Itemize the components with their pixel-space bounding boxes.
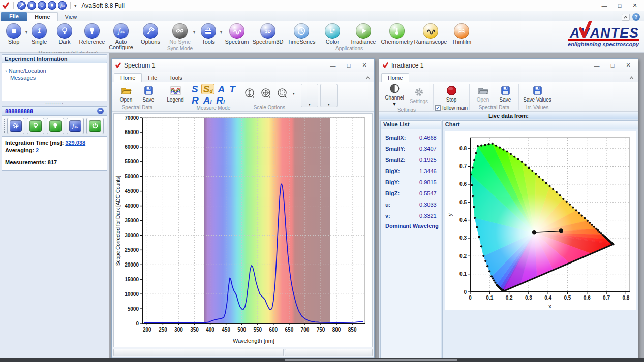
close-button[interactable]: ✕ [628, 1, 642, 10]
spectrum-window-titlebar[interactable]: Spectrum 1 — □ ✕ [112, 59, 374, 72]
save-values-button[interactable]: Save Values [522, 85, 553, 103]
tab-view[interactable]: View [58, 13, 84, 21]
customize-qat-caret-icon[interactable]: ▾ [74, 3, 77, 8]
measure-mode-r[interactable]: R [192, 95, 199, 105]
close-button[interactable]: ✕ [622, 61, 635, 70]
auto-configure-button[interactable]: ʃac Auto Configure [107, 23, 135, 50]
quick-reference-icon[interactable] [48, 1, 56, 10]
collapse-ribbon-icon[interactable] [622, 14, 630, 21]
device-reference-button[interactable] [47, 118, 64, 134]
experiment-information-header: Experiment Information [2, 54, 107, 63]
measure-mode-ai[interactable]: AI [203, 95, 212, 105]
app-button-ramanscope[interactable]: Ramanscope [414, 23, 447, 45]
single-icon: 1 [32, 23, 47, 39]
tab-home[interactable]: Home [114, 73, 142, 82]
open-button[interactable]: Open [115, 85, 137, 103]
svg-text:0.6: 0.6 [584, 295, 591, 301]
close-button[interactable]: ✕ [358, 61, 371, 70]
spectrum-chart[interactable]: 0500010000150002000025000300003500040000… [114, 114, 370, 345]
expander-icon[interactable]: › [5, 68, 7, 74]
channel-caret-icon[interactable]: ▾ [393, 101, 396, 107]
save-button[interactable]: Save [138, 85, 159, 103]
measure-mode-s[interactable]: S [192, 84, 198, 94]
tree-item-name-location[interactable]: › Name/Location [5, 68, 104, 74]
app-button-chemometry[interactable]: Chemometry [380, 23, 414, 45]
empty-dropdown-2[interactable] [320, 84, 338, 107]
app-button-thinfilm[interactable]: Thinfilm [447, 23, 476, 45]
tab-home[interactable]: Home [381, 73, 409, 82]
minimize-button[interactable]: — [597, 1, 611, 10]
device-power-button[interactable] [86, 118, 104, 134]
irr-save-button[interactable]: Save [495, 85, 516, 103]
tab-file[interactable]: File [1, 12, 27, 21]
app-button-spectrum3d[interactable]: 3DSpectrum3D [251, 23, 285, 45]
app-button-timeseries[interactable]: TimeSeries [285, 23, 318, 45]
device-panel-header: 888888888 − [2, 106, 107, 116]
maximize-button[interactable]: □ [612, 1, 627, 10]
maximize-button[interactable]: □ [606, 61, 619, 70]
averaging-link[interactable]: 2 [36, 147, 39, 153]
irr-open-button[interactable]: Open [472, 85, 494, 103]
dark-button[interactable]: Dark [52, 23, 77, 45]
quick-dark-icon[interactable] [38, 1, 46, 10]
collapse-ribbon-icon[interactable] [629, 75, 636, 82]
empty-dropdown-1[interactable] [301, 84, 318, 107]
quick-stop-icon[interactable] [27, 1, 36, 10]
app-button-spectrum[interactable]: Spectrum [223, 23, 251, 45]
channel-button[interactable]: Channel ▾ [383, 83, 406, 107]
measure-mode-a[interactable]: A [218, 84, 225, 94]
svg-text:35000: 35000 [125, 218, 139, 223]
quick-autoconfigure-icon[interactable]: ʃac [58, 1, 67, 10]
svg-text:25000: 25000 [125, 247, 139, 253]
tab-home[interactable]: Home [27, 12, 58, 21]
device-dark-button[interactable] [27, 118, 44, 134]
maximize-button[interactable]: □ [342, 61, 355, 70]
irr-settings-button[interactable]: Settings [407, 86, 431, 104]
measure-mode-ri[interactable]: RI [216, 95, 225, 105]
integration-time-link[interactable]: 329.038 [65, 140, 85, 146]
irr-stop-button[interactable]: Stop [436, 85, 467, 103]
single-button[interactable]: 1 Single [26, 23, 52, 45]
stop-button[interactable]: ▾ Stop [1, 23, 26, 45]
no-sync-button[interactable]: ▾ No Sync [166, 23, 194, 45]
tools-button[interactable]: ▾ Tools [196, 23, 221, 45]
follow-main-checkbox[interactable]: ✓ follow main [434, 105, 469, 111]
collapse-device-panel-icon[interactable]: − [97, 108, 104, 114]
svg-text:300: 300 [174, 327, 183, 333]
zoom-box-icon[interactable] [277, 87, 289, 101]
collapse-ribbon-icon[interactable] [365, 75, 372, 82]
options-button[interactable]: Options [137, 23, 164, 45]
reference-bulb-icon [84, 23, 100, 39]
device-settings-button[interactable] [7, 118, 24, 134]
options-wrench-icon [143, 23, 158, 39]
chart-header: Chart [443, 121, 638, 129]
quick-options-icon[interactable] [17, 1, 26, 10]
scale-options-caret-icon[interactable]: ▾ [293, 91, 295, 96]
app-button-irradiance[interactable]: Irradiance [347, 23, 380, 45]
minimize-button[interactable]: — [326, 61, 340, 70]
measure-mode-sd[interactable]: Sd [201, 84, 215, 94]
irradiance-window-titlebar[interactable]: Irradiance 1 — □ ✕ [379, 59, 638, 72]
tab-file[interactable]: File [142, 74, 163, 82]
sidebar-splitter[interactable]: ········· [2, 101, 107, 106]
svg-text:5000: 5000 [128, 306, 139, 312]
reference-button[interactable]: Reference [77, 23, 107, 45]
applications-group: Spectrum3DSpectrum3DTimeSeriesL*ColorIrr… [223, 22, 476, 52]
drag-handle[interactable] [4, 119, 5, 133]
legend-icon [170, 85, 181, 96]
svg-text:0.6: 0.6 [459, 181, 467, 187]
svg-text:30000: 30000 [125, 233, 139, 238]
legend-button[interactable]: Legend [165, 85, 186, 103]
tree-item-messages[interactable]: Messages [5, 75, 104, 81]
scale-y-axis-icon[interactable] [244, 87, 256, 101]
cie-chromaticity-chart[interactable]: 00.10.20.30.40.50.60.70.800.10.20.30.40.… [445, 131, 636, 310]
help-icon[interactable]: ? [632, 13, 640, 21]
tab-tools[interactable]: Tools [163, 74, 189, 82]
measure-mode-t[interactable]: T [229, 84, 235, 94]
app-button-color[interactable]: L*Color [318, 23, 347, 45]
minimize-button[interactable]: — [590, 61, 603, 70]
scale-both-axes-icon[interactable] [260, 87, 272, 101]
device-serial: 888888888 [5, 108, 33, 114]
device-autoconfigure-button[interactable]: ʃac [67, 118, 84, 134]
avasoft-main-window: ʃac ▾ AvaSoft 8.8 Full — □ ✕ File Home V… [0, 0, 644, 362]
